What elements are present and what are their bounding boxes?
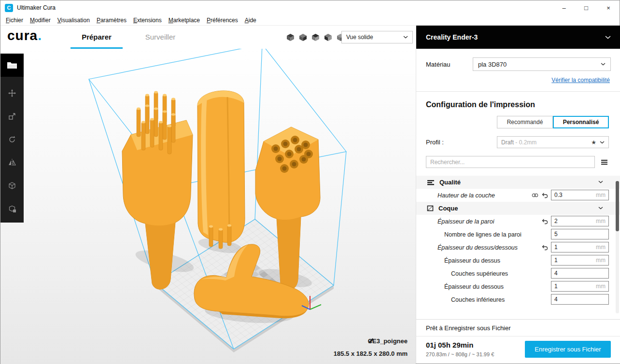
cura-app-icon: C [5,4,13,12]
material-label: Matériau [426,61,451,68]
mirror-tool-button[interactable] [0,151,24,174]
view-front-icon[interactable] [299,33,307,42]
setting-top-layers: Couches supérieures 4 [416,267,620,280]
revert-icon[interactable] [542,219,548,224]
setup-mode-switch: Recommandé Personnalisé [428,116,609,128]
chevron-down-icon [600,141,605,144]
menu-aide[interactable]: Aide [241,17,260,24]
rotate-tool-button[interactable] [0,128,24,151]
open-folder-icon [7,61,17,70]
active-tab-underline [70,47,123,49]
layer-height-field[interactable]: 0.3 mm [551,190,609,200]
machine-name: Creality Ender-3 [426,33,478,41]
cura-window: C Ultimaker Cura – □ × Fichier Modifier … [0,0,620,364]
chevron-down-icon [598,181,603,183]
ready-status: Prêt à Enregistrer sous Fichier [416,319,620,336]
print-setup-title: Configuration de l'impression [426,100,611,109]
maximize-button[interactable]: □ [575,0,597,15]
chevron-down-icon [605,36,611,39]
close-button[interactable]: × [597,0,620,15]
bottom-layers-field[interactable]: 4 [551,294,609,305]
revert-icon[interactable] [542,193,548,198]
scale-icon [8,112,16,121]
rotate-icon [8,135,16,144]
link-icon[interactable] [532,193,538,197]
shell-icon [427,205,434,211]
save-to-file-button[interactable]: Enregistrer sous Fichier [525,341,611,358]
minimize-button[interactable]: – [553,0,575,15]
menu-marketplace[interactable]: Marketplace [165,17,203,24]
titlebar: C Ultimaker Cura – □ × [0,0,620,15]
profile-select[interactable]: Draft - 0.2mm ★ [497,136,609,148]
settings-menu-icon[interactable] [601,159,608,165]
cura-wordmark: cura. [7,28,42,43]
camera-presets [286,33,345,42]
scene-3d[interactable] [0,49,416,364]
top-bottom-thickness-field[interactable]: 1 mm [551,242,609,252]
support-blocker-button[interactable] [0,197,24,221]
model-column-middle[interactable] [197,91,245,249]
menu-visualisation[interactable]: Visualisation [54,17,93,24]
menu-extensions[interactable]: Extensions [130,17,165,24]
view-top-icon[interactable] [311,33,320,42]
machine-selector[interactable]: Creality Ender-3 [416,26,620,49]
chevron-down-icon [601,63,606,66]
support-blocker-icon [8,205,16,213]
action-panel: Prêt à Enregistrer sous Fichier 01j 05h … [416,319,620,364]
bottom-thickness-field[interactable]: 1 mm [551,281,609,292]
rename-pencil-icon[interactable] [368,337,374,344]
settings-search-input[interactable] [426,156,595,168]
view-mode-select[interactable]: Vue solide [341,31,413,43]
quality-icon [427,180,435,185]
wall-line-count-field[interactable]: 5 [551,229,609,239]
favorite-star-icon: ★ [591,139,596,146]
print-time: 01j 05h 29min [426,341,494,349]
section-quality[interactable]: Qualité [416,176,620,189]
move-icon [8,89,16,98]
search-row [426,156,609,168]
menu-parametres[interactable]: Paramètres [93,17,130,24]
settings-scrollbar[interactable] [616,181,619,313]
top-layers-field[interactable]: 4 [551,268,609,279]
recommended-button[interactable]: Recommandé [497,116,553,128]
scrollbar-thumb[interactable] [616,181,619,231]
setting-top-thickness: Épaisseur du dessus 1 mm [416,254,620,267]
per-model-settings-button[interactable] [0,174,24,197]
open-file-button[interactable] [0,54,24,77]
wall-thickness-field[interactable]: 2 mm [551,216,609,226]
material-select[interactable]: pla 3D870 [473,57,611,71]
compatibility-link[interactable]: Vérifier la compatibilité [427,77,610,84]
menu-preferences[interactable]: Préférences [203,17,241,24]
per-model-settings-icon [8,182,16,190]
move-tool-button[interactable] [0,82,24,105]
profile-label: Profil : [426,139,444,146]
view-left-icon[interactable] [324,33,332,42]
settings-panel: Creality Ender-3 Matériau pla 3D870 Véri… [416,26,620,364]
mirror-icon [8,158,16,167]
viewport-3d[interactable]: CE3_poignee 185.5 x 182.5 x 280.0 mm [0,49,416,364]
model-name-label[interactable]: CE3_poignee [368,337,408,345]
model-dimensions: 185.5 x 182.5 x 280.0 mm [334,350,408,357]
menubar: Fichier Modifier Visualisation Paramètre… [0,15,620,26]
chevron-down-icon [403,36,408,39]
scale-tool-button[interactable] [0,105,24,128]
print-estimates: 01j 05h 29min 270.83m / ~ 808g / ~ 31.99… [426,341,494,357]
material-usage: 270.83m / ~ 808g / ~ 31.99 € [426,351,494,357]
profile-row: Profil : Draft - 0.2mm ★ [426,136,609,148]
setting-top-bottom-thickness: Épaisseur du dessus/dessous 1 mm [416,241,620,254]
menu-fichier[interactable]: Fichier [2,17,27,24]
menu-modifier[interactable]: Modifier [27,17,54,24]
setting-wall-line-count: Nombre de lignes de la paroi 5 [416,228,620,241]
divider [416,91,620,92]
top-thickness-field[interactable]: 1 mm [551,255,609,266]
section-shell[interactable]: Coque [416,202,620,215]
stage-header: cura. Préparer Surveiller Vue solide [0,26,416,49]
left-toolbar [0,54,24,223]
window-controls: – □ × [553,0,620,15]
view-3d-icon[interactable] [286,33,295,42]
tab-prepare[interactable]: Préparer [70,26,123,49]
chevron-down-icon [598,207,603,210]
tab-monitor[interactable]: Surveiller [137,26,183,49]
custom-button[interactable]: Personnalisé [553,116,609,128]
revert-icon[interactable] [542,245,548,251]
